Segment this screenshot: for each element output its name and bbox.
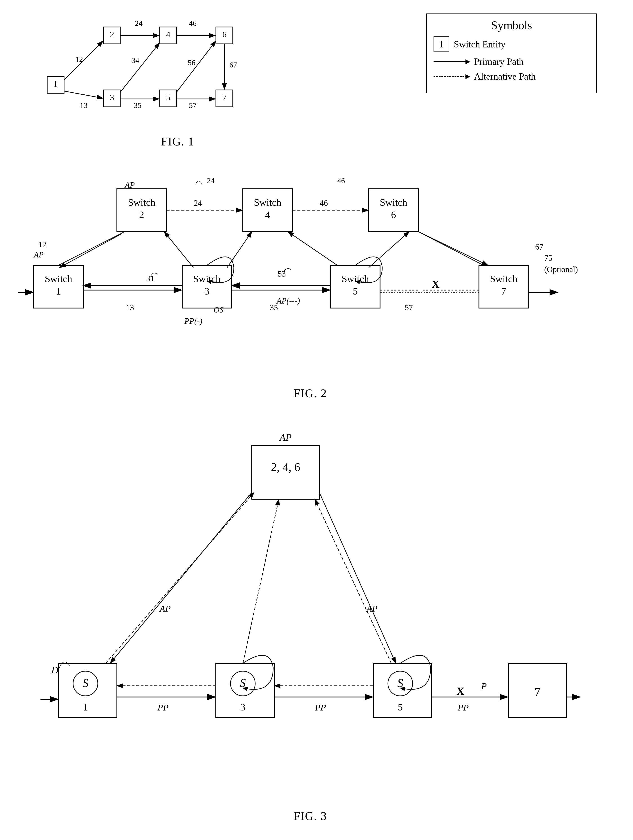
svg-text:PP: PP bbox=[315, 703, 326, 712]
svg-text:24: 24 bbox=[194, 199, 202, 207]
svg-text:35: 35 bbox=[134, 101, 141, 109]
symbols-legend: Symbols 1 Switch Entity Primary Path Alt… bbox=[426, 14, 597, 93]
svg-line-77 bbox=[227, 232, 252, 268]
fig3-svg: 2, 4, 6 AP S 1 S 3 S 5 7 PP bbox=[41, 427, 580, 809]
svg-text:24: 24 bbox=[135, 19, 142, 27]
svg-text:13: 13 bbox=[80, 101, 87, 109]
svg-text:3: 3 bbox=[240, 702, 245, 713]
symbol-entity-box: 1 bbox=[434, 36, 449, 52]
svg-text:35: 35 bbox=[270, 303, 278, 312]
svg-text:57: 57 bbox=[405, 303, 413, 312]
svg-text:75: 75 bbox=[544, 254, 552, 263]
fig2-caption: FIG. 2 bbox=[18, 387, 603, 400]
fig1-label: FIG. 1 bbox=[32, 135, 324, 148]
symbol-alt-row: Alternative Path bbox=[434, 71, 590, 82]
svg-text:3: 3 bbox=[110, 93, 114, 102]
svg-text:46: 46 bbox=[189, 19, 197, 27]
svg-line-81 bbox=[418, 232, 483, 265]
svg-text:2: 2 bbox=[139, 209, 144, 220]
svg-line-15 bbox=[64, 91, 103, 98]
fig2-svg: Switch 2 Switch 4 Switch 6 Switch 1 Swit… bbox=[18, 171, 603, 387]
svg-text:D: D bbox=[51, 665, 58, 676]
svg-text:53: 53 bbox=[278, 269, 286, 278]
svg-text:12: 12 bbox=[75, 55, 83, 63]
svg-text:7: 7 bbox=[223, 93, 227, 102]
svg-text:(Optional): (Optional) bbox=[544, 265, 578, 274]
svg-text:31: 31 bbox=[146, 274, 154, 283]
svg-text:67: 67 bbox=[229, 61, 237, 69]
svg-text:7: 7 bbox=[535, 685, 540, 698]
symbols-title: Symbols bbox=[434, 19, 590, 32]
svg-text:4: 4 bbox=[166, 30, 170, 39]
svg-text:5: 5 bbox=[353, 286, 358, 297]
svg-text:PP: PP bbox=[158, 703, 169, 712]
svg-line-76 bbox=[164, 232, 193, 268]
svg-text:46: 46 bbox=[320, 199, 328, 207]
fig1-diagram: 1 2 3 4 5 6 7 bbox=[32, 11, 324, 137]
fig3-diagram: 2, 4, 6 AP S 1 S 3 S 5 7 PP bbox=[41, 427, 580, 809]
fig1-svg: 1 2 3 4 5 6 7 bbox=[32, 11, 324, 137]
svg-line-17 bbox=[120, 43, 159, 92]
svg-text:Switch: Switch bbox=[380, 197, 407, 208]
svg-text:Switch: Switch bbox=[254, 197, 281, 208]
svg-text:S: S bbox=[397, 677, 403, 689]
svg-text:3: 3 bbox=[204, 286, 209, 297]
svg-text:24: 24 bbox=[207, 177, 215, 185]
svg-text:Switch: Switch bbox=[128, 197, 155, 208]
svg-text:Switch: Switch bbox=[45, 273, 72, 284]
symbol-entity-number: 1 bbox=[439, 39, 444, 50]
svg-text:67: 67 bbox=[535, 242, 543, 251]
svg-text:PP(-): PP(-) bbox=[184, 317, 202, 325]
svg-text:AP: AP bbox=[279, 432, 292, 443]
svg-text:PP: PP bbox=[458, 703, 469, 712]
svg-text:7: 7 bbox=[501, 286, 506, 297]
svg-text:AP: AP bbox=[124, 180, 135, 189]
svg-text:5: 5 bbox=[166, 93, 170, 102]
svg-text:OS: OS bbox=[214, 305, 224, 314]
page: Symbols 1 Switch Entity Primary Path Alt… bbox=[0, 0, 633, 840]
alt-path-arrow bbox=[434, 76, 469, 77]
svg-line-14 bbox=[64, 41, 103, 80]
svg-line-78 bbox=[369, 232, 409, 268]
svg-text:2: 2 bbox=[110, 30, 114, 39]
svg-text:Switch: Switch bbox=[490, 273, 518, 284]
svg-text:S: S bbox=[82, 677, 88, 689]
svg-text:13: 13 bbox=[126, 303, 134, 312]
fig3-label: FIG. 3 bbox=[41, 809, 580, 823]
svg-line-74 bbox=[60, 234, 122, 268]
svg-text:6: 6 bbox=[223, 30, 227, 39]
svg-text:AP: AP bbox=[159, 603, 170, 614]
symbol-entity-row: 1 Switch Entity bbox=[434, 36, 590, 52]
svg-text:46: 46 bbox=[337, 177, 345, 185]
symbol-alt-label: Alternative Path bbox=[474, 71, 536, 82]
svg-text:1: 1 bbox=[56, 286, 61, 297]
primary-path-arrow bbox=[434, 61, 469, 62]
svg-line-125 bbox=[319, 493, 396, 663]
svg-text:AP: AP bbox=[33, 250, 44, 259]
symbol-primary-label: Primary Path bbox=[474, 56, 524, 67]
svg-text:56: 56 bbox=[188, 58, 196, 67]
svg-text:5: 5 bbox=[398, 702, 403, 713]
svg-text:1: 1 bbox=[54, 79, 58, 88]
fig3-caption: FIG. 3 bbox=[41, 809, 580, 823]
svg-line-128 bbox=[315, 499, 391, 663]
symbol-primary-row: Primary Path bbox=[434, 56, 590, 67]
svg-line-124 bbox=[110, 493, 252, 663]
svg-text:AP(---): AP(---) bbox=[276, 296, 300, 305]
svg-line-71 bbox=[58, 232, 125, 265]
fig1-caption: FIG. 1 bbox=[32, 135, 324, 148]
svg-text:6: 6 bbox=[391, 209, 396, 220]
svg-text:4: 4 bbox=[265, 209, 270, 220]
svg-text:57: 57 bbox=[189, 101, 197, 109]
fig2-label: FIG. 2 bbox=[18, 387, 603, 400]
svg-text:1: 1 bbox=[83, 702, 88, 713]
svg-text:X: X bbox=[432, 278, 440, 290]
svg-line-127 bbox=[243, 499, 279, 663]
svg-line-126 bbox=[106, 493, 254, 663]
svg-text:34: 34 bbox=[131, 56, 139, 65]
svg-text:AP: AP bbox=[366, 603, 377, 614]
svg-text:12: 12 bbox=[38, 240, 46, 249]
svg-text:P: P bbox=[481, 681, 486, 691]
svg-text:2, 4, 6: 2, 4, 6 bbox=[271, 461, 300, 474]
svg-line-20 bbox=[177, 41, 216, 92]
